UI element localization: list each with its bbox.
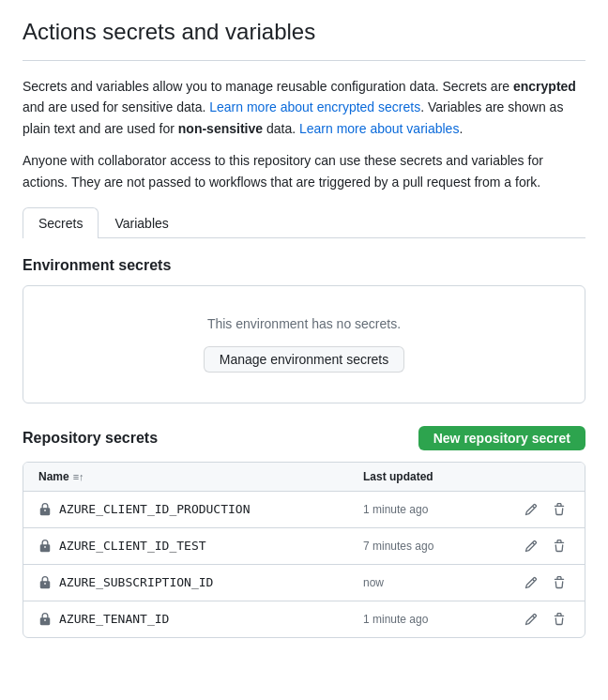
- secrets-table: Name ≡↑ Last updated AZURE_CLIENT_ID_PRO…: [23, 462, 585, 638]
- description-2: Anyone with collaborator access to this …: [23, 150, 585, 192]
- row-name-col: AZURE_CLIENT_ID_TEST: [38, 539, 363, 553]
- row-updated: 1 minute ago: [363, 503, 513, 516]
- header-divider: [23, 60, 585, 61]
- tabs-container: Secrets Variables: [23, 207, 585, 238]
- trash-icon: [553, 503, 566, 516]
- desc1-after: and are used for sensitive data.: [23, 99, 209, 114]
- pencil-icon: [524, 503, 538, 516]
- tab-secrets[interactable]: Secrets: [23, 207, 99, 238]
- lock-icon: [38, 613, 52, 626]
- secret-name: AZURE_SUBSCRIPTION_ID: [59, 575, 213, 589]
- variables-link[interactable]: Learn more about variables: [299, 121, 459, 136]
- edit-secret-button[interactable]: [521, 538, 541, 555]
- pencil-icon: [524, 540, 538, 553]
- table-row: AZURE_CLIENT_ID_TEST 7 minutes ago: [23, 528, 585, 565]
- row-actions: [513, 611, 570, 628]
- table-row: AZURE_SUBSCRIPTION_ID now: [23, 565, 585, 601]
- lock-icon: [38, 540, 52, 553]
- lock-icon: [38, 576, 52, 589]
- row-updated: 7 minutes ago: [363, 540, 513, 553]
- pencil-icon: [524, 576, 538, 589]
- pencil-icon: [524, 613, 538, 626]
- edit-secret-button[interactable]: [521, 501, 541, 518]
- lock-icon: [38, 503, 52, 516]
- row-actions: [513, 501, 570, 518]
- edit-secret-button[interactable]: [521, 611, 541, 628]
- row-updated: now: [363, 576, 513, 589]
- table-row: AZURE_CLIENT_ID_PRODUCTION 1 minute ago: [23, 492, 585, 528]
- repo-secrets-title: Repository secrets: [23, 430, 158, 447]
- desc1-bold2: non-sensitive: [178, 121, 263, 136]
- row-actions: [513, 538, 570, 555]
- delete-secret-button[interactable]: [549, 574, 570, 591]
- trash-icon: [553, 540, 566, 553]
- row-name-col: AZURE_TENANT_ID: [38, 612, 363, 626]
- desc1-plain: Secrets and variables allow you to manag…: [23, 79, 513, 94]
- edit-secret-button[interactable]: [521, 574, 541, 591]
- trash-icon: [553, 613, 566, 626]
- secret-name: AZURE_CLIENT_ID_TEST: [59, 539, 206, 553]
- secret-name: AZURE_CLIENT_ID_PRODUCTION: [59, 502, 251, 516]
- col-updated-header: Last updated: [363, 470, 513, 483]
- row-actions: [513, 574, 570, 591]
- description-1: Secrets and variables allow you to manag…: [23, 76, 585, 139]
- env-secrets-box: This environment has no secrets. Manage …: [23, 285, 585, 403]
- new-repository-secret-button[interactable]: New repository secret: [418, 426, 585, 450]
- col-name-header: Name ≡↑: [38, 470, 363, 483]
- manage-env-secrets-button[interactable]: Manage environment secrets: [204, 346, 405, 373]
- page-title: Actions secrets and variables: [23, 19, 585, 45]
- delete-secret-button[interactable]: [549, 611, 570, 628]
- row-updated: 1 minute ago: [363, 613, 513, 626]
- desc1-bold: encrypted: [513, 79, 576, 94]
- secret-name: AZURE_TENANT_ID: [59, 612, 169, 626]
- repo-secrets-header: Repository secrets New repository secret: [23, 426, 585, 450]
- table-row: AZURE_TENANT_ID 1 minute ago: [23, 601, 585, 637]
- desc1-end: data.: [263, 121, 299, 136]
- sort-icon: ≡↑: [73, 471, 84, 482]
- env-secrets-title: Environment secrets: [23, 257, 585, 274]
- tab-variables[interactable]: Variables: [99, 207, 184, 238]
- table-header: Name ≡↑ Last updated: [23, 463, 585, 492]
- encrypted-secrets-link[interactable]: Learn more about encrypted secrets: [209, 99, 420, 114]
- trash-icon: [553, 576, 566, 589]
- delete-secret-button[interactable]: [549, 538, 570, 555]
- delete-secret-button[interactable]: [549, 501, 570, 518]
- row-name-col: AZURE_SUBSCRIPTION_ID: [38, 575, 363, 589]
- row-name-col: AZURE_CLIENT_ID_PRODUCTION: [38, 502, 363, 516]
- env-secrets-empty-message: This environment has no secrets.: [38, 316, 570, 331]
